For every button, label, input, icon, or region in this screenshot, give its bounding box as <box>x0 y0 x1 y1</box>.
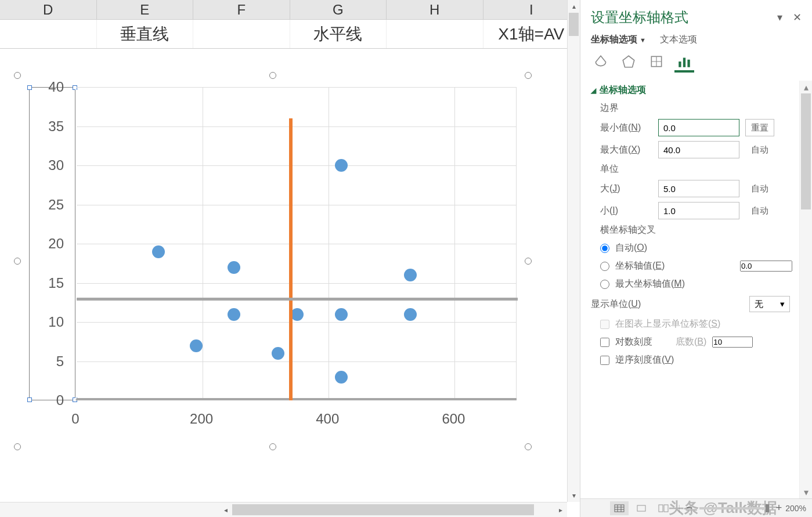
y-tick: 40 <box>48 79 64 95</box>
col-E[interactable]: E <box>97 0 194 19</box>
reverse-checkbox[interactable] <box>600 356 609 365</box>
resize-handle[interactable] <box>14 443 21 450</box>
cross-auto-radio[interactable] <box>600 244 609 253</box>
data-point[interactable] <box>335 371 348 384</box>
data-point[interactable] <box>404 269 417 281</box>
data-point[interactable] <box>272 347 284 360</box>
horizontal-scrollbar[interactable]: ◂ ▸ <box>0 502 567 517</box>
plot-area[interactable] <box>75 87 517 400</box>
group-cross: 横坐标轴交叉 <box>600 224 792 236</box>
fill-icon[interactable] <box>591 53 611 73</box>
column-headers: D E F G H I <box>0 0 580 20</box>
dropdown-icon[interactable]: ▾ <box>777 11 782 24</box>
cell-E[interactable]: 垂直线 <box>97 20 194 48</box>
data-point[interactable] <box>404 308 417 321</box>
data-point[interactable] <box>228 308 240 321</box>
min-label: 最小值(N) <box>600 122 652 134</box>
cell-H[interactable] <box>387 20 483 48</box>
major-input[interactable] <box>658 180 739 197</box>
zoom-in-icon[interactable]: + <box>776 502 782 514</box>
sel-corner[interactable] <box>27 85 32 90</box>
minor-input[interactable] <box>658 202 739 219</box>
data-point[interactable] <box>291 308 304 321</box>
svg-rect-4 <box>687 60 690 67</box>
col-I[interactable]: I <box>483 0 580 19</box>
col-F[interactable]: F <box>193 0 290 19</box>
major-label: 大(J) <box>600 183 652 195</box>
tab-axis-options[interactable]: 坐标轴选项 ▼ <box>591 34 646 46</box>
scroll-up-icon[interactable]: ▴ <box>568 0 580 13</box>
resize-handle[interactable] <box>14 72 21 79</box>
section-axis-options[interactable]: ◢坐标轴选项 <box>591 84 792 96</box>
label-row: 垂直线 水平线 X1轴=AV <box>0 20 580 49</box>
scroll-thumb[interactable] <box>232 504 534 515</box>
cross-value-input[interactable] <box>740 261 792 272</box>
size-icon[interactable] <box>647 53 666 73</box>
cell-I[interactable]: X1轴=AV <box>483 20 580 48</box>
vertical-scrollbar[interactable]: ▴ ▾ <box>567 0 580 502</box>
auto-label: 自动 <box>745 144 774 156</box>
log-base-input <box>712 337 753 348</box>
zoom-slider[interactable] <box>699 507 769 509</box>
group-units: 单位 <box>600 163 792 175</box>
axis-chart-icon[interactable] <box>674 53 694 73</box>
status-bar: 头条 @Talk数据 | − + 200% <box>580 498 812 517</box>
scroll-thumb[interactable] <box>801 93 811 209</box>
x-axis[interactable]: 0200400600 <box>75 406 517 429</box>
col-D[interactable]: D <box>0 0 97 19</box>
scroll-down-icon[interactable]: ▾ <box>568 489 580 502</box>
effects-icon[interactable] <box>619 53 638 73</box>
display-units-select[interactable]: 无▾ <box>749 296 790 312</box>
cell-G[interactable]: 水平线 <box>290 20 387 48</box>
resize-handle[interactable] <box>269 443 276 450</box>
zoom-level[interactable]: 200% <box>785 504 806 513</box>
y-axis[interactable]: 0510152025303540 <box>35 87 70 400</box>
minor-label: 小(I) <box>600 205 652 217</box>
resize-handle[interactable] <box>525 443 532 450</box>
chart-object[interactable]: 0510152025303540 0200400600 <box>17 75 528 447</box>
horizontal-line[interactable] <box>77 298 518 301</box>
icon-tabs <box>580 49 812 81</box>
data-point[interactable] <box>228 261 240 274</box>
close-icon[interactable]: ✕ <box>793 11 802 24</box>
pane-scrollbar[interactable]: ▴ ▾ <box>799 81 812 498</box>
data-point[interactable] <box>190 339 203 352</box>
svg-rect-11 <box>659 505 663 512</box>
vertical-line[interactable] <box>289 118 293 400</box>
cell-D[interactable] <box>0 20 97 48</box>
min-input[interactable] <box>658 119 739 136</box>
normal-view-icon[interactable] <box>610 501 629 515</box>
data-point[interactable] <box>335 308 348 321</box>
resize-handle[interactable] <box>525 72 532 79</box>
y-tick: 10 <box>48 314 64 330</box>
col-H[interactable]: H <box>387 0 483 19</box>
col-G[interactable]: G <box>290 0 387 19</box>
scroll-left-icon[interactable]: ◂ <box>219 502 232 517</box>
cross-value-radio[interactable] <box>600 262 609 271</box>
page-break-view-icon[interactable] <box>654 501 673 515</box>
svg-rect-3 <box>683 58 685 67</box>
max-input[interactable] <box>658 141 739 158</box>
cell-F[interactable] <box>193 20 290 48</box>
scroll-up-icon[interactable]: ▴ <box>800 81 812 93</box>
log-scale-checkbox[interactable] <box>600 338 609 347</box>
resize-handle[interactable] <box>269 72 276 79</box>
svg-rect-5 <box>615 505 624 512</box>
x-tick: 0 <box>71 411 79 427</box>
resize-handle[interactable] <box>525 258 532 265</box>
auto-label: 自动 <box>745 205 774 216</box>
cross-max-radio[interactable] <box>600 280 609 289</box>
resize-handle[interactable] <box>14 258 21 265</box>
tab-text-options[interactable]: 文本选项 <box>660 34 697 46</box>
page-layout-view-icon[interactable] <box>632 501 651 515</box>
data-point[interactable] <box>152 245 165 258</box>
sel-corner[interactable] <box>27 397 32 402</box>
reset-button[interactable]: 重置 <box>745 119 774 136</box>
scroll-down-icon[interactable]: ▾ <box>800 486 812 498</box>
data-point[interactable] <box>335 159 348 172</box>
scroll-thumb[interactable] <box>569 13 579 36</box>
zoom-out-icon[interactable]: − <box>686 502 692 514</box>
scroll-right-icon[interactable]: ▸ <box>554 502 567 517</box>
display-units-label: 显示单位(U) <box>591 298 641 310</box>
show-unit-label-checkbox <box>600 320 609 329</box>
